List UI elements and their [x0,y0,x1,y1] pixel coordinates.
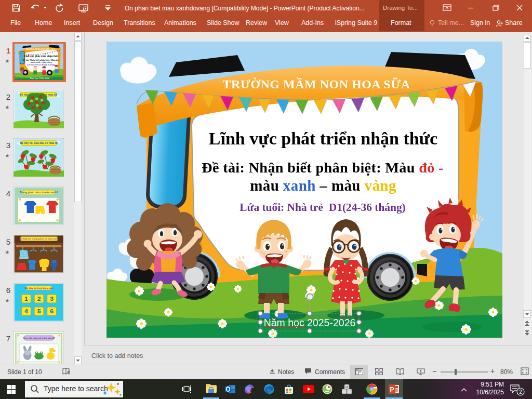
svg-text:Năm học 2025-2026: Năm học 2025-2026 [30,77,50,79]
svg-text:Bé hãy hái quả dâu có màu đỏ: Bé hãy hái quả dâu có màu đỏ [20,142,58,145]
svg-text:2: 2 [37,296,41,302]
svg-text:Bé hãy lật hình theo cặp: Bé hãy lật hình theo cặp [25,287,53,289]
svg-text:Đề tài: Nhận biết phân biệt: M: Đề tài: Nhận biết phân biệt: Màu đỏ - [202,159,444,176]
svg-text:Lĩnh vực phát triển nhận thức: Lĩnh vực phát triển nhận thức [24,55,59,58]
svg-text:Bé hãy tìm trang phục có màu x: Bé hãy tìm trang phục có màu xanh [20,238,59,241]
svg-text:1: 1 [24,296,28,302]
svg-text:TRƯỜNG MẦM NON HOA SỮA: TRƯỜNG MẦM NON HOA SỮA [222,77,410,91]
svg-text:Trang phục nào có màu xanh?: Trang phục nào có màu xanh? [20,191,58,194]
svg-text:6: 6 [50,308,54,314]
svg-text:Năm học 2025-2026: Năm học 2025-2026 [264,317,356,328]
svg-text:P: P [390,386,394,393]
svg-text:Con vật nào có màu vàng?: Con vật nào có màu vàng? [23,337,55,339]
svg-text:Lĩnh vực phát triển nhận thức: Lĩnh vực phát triển nhận thức [209,129,437,148]
svg-text:3: 3 [50,296,54,302]
svg-text:4: 4 [24,308,28,314]
svg-text:5: 5 [37,308,41,314]
svg-text:màu xanh – màu vàng: màu xanh – màu vàng [250,177,396,194]
svg-text:Lứa tuổi: Nhà trẻ D1(24-36 th: Lứa tuổi: Nhà trẻ D1(24-36 tháng) [240,201,405,214]
svg-text:Đề tài: Nhận biết phân biệt: M: Đề tài: Nhận biết phân biệt: Màu đỏ - [23,59,60,61]
svg-text:màu xanh - màu vàng: màu xanh - màu vàng [31,61,52,63]
svg-text:2: 2 [519,389,522,395]
svg-text:U: U [345,385,348,389]
svg-text:TRƯỜNG MẦM NON HOA SỮA: TRƯỜNG MẦM NON HOA SỮA [25,48,56,50]
